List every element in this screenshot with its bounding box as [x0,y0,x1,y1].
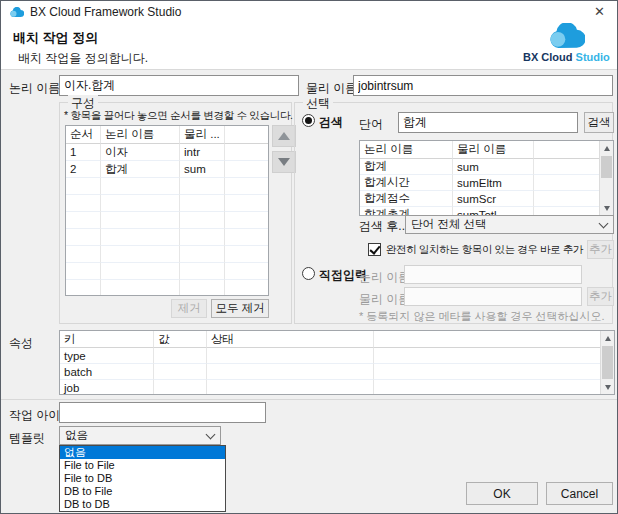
app-cloud-icon [9,7,24,18]
template-label: 템플릿 [9,430,45,447]
scroll-up-icon[interactable] [600,141,613,155]
add-button[interactable]: 추가 [587,240,614,259]
direct-physical-input[interactable] [404,287,582,306]
cell-logical: 이자 [101,144,180,161]
scroll-down-icon[interactable] [600,201,613,215]
table-row[interactable]: 2 합계 sum [66,161,268,178]
column-header [534,141,601,159]
cell-logical: 합계점수 [360,191,453,207]
column-header[interactable]: 논리 이름 [360,141,453,159]
job-id-input[interactable] [59,402,266,423]
compose-hint: * 항목을 끌어다 놓으면 순서를 변경할 수 있습니다. [64,109,293,123]
chevron-down-icon [599,218,609,228]
cell-physical: sumEltm [453,175,534,191]
ok-button[interactable]: OK [466,482,538,505]
select-legend: 선택 [303,95,333,112]
results-table-header: 논리 이름 물리 이름 [360,141,601,159]
remove-all-button[interactable]: 모두 제거 [211,299,269,318]
table-empty-row [66,229,268,246]
table-row[interactable]: 합계점수 sumScr [360,191,601,207]
dropdown-option[interactable]: File to DB [60,472,225,485]
column-header[interactable]: 순서 [66,126,101,144]
cancel-button[interactable]: Cancel [546,482,613,505]
dialog-header: 배치 작업 정의 배치 작업을 정의합니다. BX Cloud Studio [1,23,617,70]
direct-physical-label: 물리 이름 [359,291,410,308]
table-empty-row [66,263,268,280]
down-arrow-icon [278,158,290,166]
search-button[interactable]: 검색 [584,112,614,133]
word-label: 단어 [359,116,383,133]
table-row[interactable]: 합계 sum [360,159,601,175]
cell-empty [374,380,602,395]
page-subtitle: 배치 작업을 정의합니다. [18,50,148,67]
scroll-up-icon[interactable] [601,331,614,345]
cell-physical: sum [180,161,225,178]
search-radio[interactable] [302,114,315,127]
brand-logo: BX Cloud Studio [523,23,609,63]
table-row[interactable]: 1 이자 intr [66,144,268,161]
dropdown-option[interactable]: 없음 [60,446,225,459]
section-divider [1,399,617,400]
results-scrollbar[interactable] [599,141,613,215]
column-header [225,126,268,144]
cell-key: batch [60,364,154,380]
direct-entry-radio[interactable] [302,267,315,280]
scrollbar-thumb[interactable] [602,346,613,379]
dropdown-option[interactable]: DB to DB [60,498,225,511]
logical-name-input[interactable] [59,75,299,96]
table-empty-row [66,280,268,296]
cell-state [207,380,374,395]
logo-text-bx: BX Cloud [523,51,573,63]
cell-empty [374,364,602,380]
title-bar: BX Cloud Framework Studio ✕ [1,1,617,23]
cell-value [154,364,207,380]
move-up-button[interactable] [272,125,296,147]
cell-key: type [60,348,154,364]
column-header[interactable]: 물리 ... [180,126,225,144]
search-after-select[interactable]: 단어 전체 선택 [405,215,614,234]
table-empty-row [66,195,268,212]
cell-value [154,348,207,364]
properties-table[interactable]: 키 값 상태 type batch job [59,330,615,395]
table-empty-row [66,246,268,263]
exact-match-checkbox[interactable] [368,243,381,256]
table-row[interactable]: 합계시간 sumEltm [360,175,601,191]
direct-logical-input[interactable] [404,265,582,284]
dropdown-option[interactable]: DB to File [60,485,225,498]
direct-logical-label: 논리 이름 [359,269,410,286]
cell-logical: 합계시간 [360,175,453,191]
cell-state [207,364,374,380]
compose-group: 구성 * 항목을 끌어다 놓으면 순서를 변경할 수 있습니다. 순서 논리 이… [59,102,292,324]
cell-logical: 합계 [360,159,453,175]
scrollbar-thumb[interactable] [601,156,612,178]
template-select[interactable]: 없음 [59,426,221,445]
cell-empty [534,175,601,191]
cell-physical: sumScr [453,191,534,207]
column-header[interactable]: 논리 이름 [101,126,180,144]
dropdown-option[interactable]: File to File [60,459,225,472]
close-icon[interactable]: ✕ [594,4,605,19]
search-after-label: 검색 후.. [359,218,405,235]
move-down-button[interactable] [272,151,296,173]
table-empty-row [66,178,268,195]
physical-name-input[interactable] [353,75,613,96]
table-row[interactable]: type [60,348,602,364]
compose-table[interactable]: 순서 논리 이름 물리 ... 1 이자 intr 2 합계 sum [65,125,269,296]
search-results-table[interactable]: 논리 이름 물리 이름 합계 sum 합계시간 sumEltm 합계점수 sum… [359,140,614,216]
column-header[interactable]: 상태 [207,331,374,348]
column-header[interactable]: 값 [154,331,207,348]
cell-physical: sum [453,159,534,175]
word-input[interactable] [398,112,578,133]
logical-name-label: 논리 이름 [9,80,60,97]
cell-order: 1 [66,144,101,161]
column-header[interactable]: 키 [60,331,154,348]
scroll-down-icon[interactable] [601,380,614,394]
cell-logical: 합계 [101,161,180,178]
table-row[interactable]: batch [60,364,602,380]
table-row[interactable]: job [60,380,602,395]
properties-scrollbar[interactable] [600,331,614,394]
search-after-value: 단어 전체 선택 [411,217,486,232]
remove-button[interactable]: 제거 [171,299,207,318]
direct-add-button[interactable]: 추가 [587,287,614,306]
column-header[interactable]: 물리 이름 [453,141,534,159]
